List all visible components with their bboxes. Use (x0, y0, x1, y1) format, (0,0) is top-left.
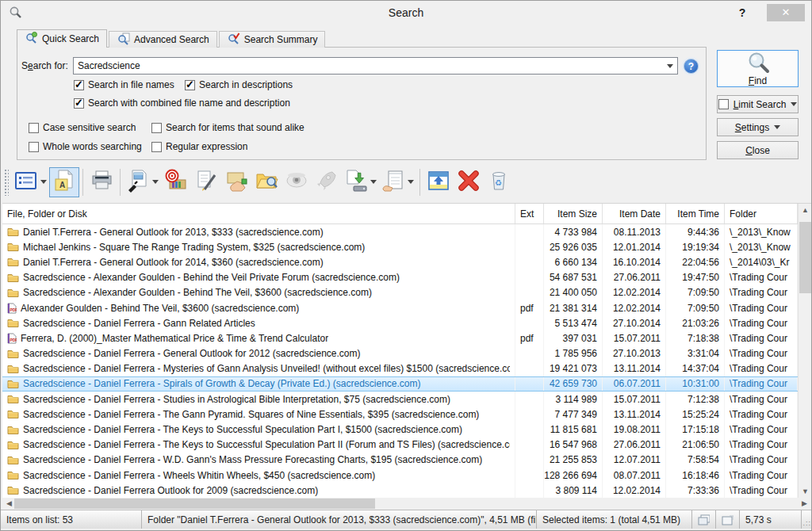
table-row[interactable]: Sacredscience - Daniel Ferrera - The Key… (2, 422, 798, 437)
copy-to-disk-button[interactable] (342, 167, 379, 197)
checkbox-search-in-file-names[interactable]: Search in file names (74, 79, 185, 90)
unchecked-checkbox-icon[interactable] (29, 123, 39, 133)
export-button[interactable] (124, 167, 161, 197)
settings-button[interactable]: Settings (717, 118, 799, 136)
horizontal-scrollbar[interactable]: ◀ ▶ (2, 498, 811, 510)
cell-date: 08.07.2011 (603, 468, 666, 483)
search-input-value: Sacredscience (74, 60, 663, 71)
selection-status: Selected items: 1 (total 4,51 MB) (537, 510, 692, 529)
horizontal-scroll-thumb[interactable] (14, 499, 375, 509)
search-history-dropdown[interactable] (663, 58, 677, 74)
checkbox-whole-words-searching[interactable]: Whole words searching (29, 141, 151, 152)
checkbox-regular-expression[interactable]: Regular expression (151, 141, 247, 152)
remove-from-list-button[interactable] (454, 167, 484, 197)
table-row[interactable]: Sacredscience - Daniel Ferrera - The Key… (2, 437, 798, 453)
checkbox-search-for-items-that-sound-alike[interactable]: Search for items that sound alike (151, 122, 304, 133)
scroll-down-icon[interactable]: ▼ (799, 485, 812, 499)
move-item-button[interactable] (221, 167, 251, 197)
print-button[interactable] (86, 167, 117, 197)
checkbox-search-with-combined-file-name-and-description[interactable]: Search with combined file name and descr… (74, 97, 290, 109)
table-row[interactable]: Sacredscience - Daniel Ferrera - Spirals… (2, 376, 798, 392)
table-row[interactable]: Sacredscience - Daniel Ferrera - Studies… (2, 392, 798, 407)
show-in-main-window-button[interactable] (423, 167, 454, 197)
cell-time: 17:15:18 (666, 422, 725, 437)
view-list-icon (14, 169, 38, 195)
column-header-folder[interactable]: Folder (725, 204, 798, 223)
table-row[interactable]: Daniel T.Ferrera - General Outlook for 2… (2, 254, 798, 269)
tab-advanced-search[interactable]: Advanced Search (109, 31, 217, 48)
column-header-ext[interactable]: Ext (515, 204, 544, 223)
cell-date: 13.11.2014 (603, 361, 666, 376)
limit-search-checkbox[interactable] (718, 99, 729, 109)
cell-date: 12.02.2014 (603, 300, 666, 315)
unchecked-checkbox-icon[interactable] (29, 142, 39, 152)
cell-date: 12.02.2014 (603, 285, 666, 300)
svg-text:A: A (59, 181, 65, 189)
chevron-down-icon[interactable] (40, 180, 47, 184)
delete-button[interactable]: ♻ (484, 167, 514, 197)
cell-date: 12.01.2014 (603, 239, 666, 254)
limit-search-button[interactable]: Limit Search (717, 95, 799, 113)
table-row[interactable]: Sacredscience - Daniel Ferrera - Wheels … (2, 468, 798, 483)
toolbar-grip[interactable] (4, 169, 9, 196)
vertical-scrollbar[interactable]: ▲ ▼ (798, 204, 811, 499)
checked-checkbox-icon[interactable] (74, 80, 84, 90)
checkbox-label: Search for items that sound alike (166, 122, 304, 133)
checked-checkbox-icon[interactable] (185, 80, 195, 90)
edit-description-button[interactable] (191, 167, 221, 197)
table-row[interactable]: Daniel T.Ferrera - General Outlook for 2… (2, 224, 798, 239)
chevron-down-icon[interactable] (152, 180, 159, 184)
table-row[interactable]: Sacredscience - Daniel Ferrera - The Gan… (2, 407, 798, 422)
table-row[interactable]: PDFFerrera, D. (2000)_Master Mathematica… (2, 330, 798, 346)
find-button[interactable]: Find (717, 50, 799, 87)
title-bar[interactable]: Search ? ✕ (1, 1, 811, 25)
new-folder-icon[interactable] (716, 510, 740, 529)
table-row[interactable]: Sacredscience - Daniel Ferrera Outlook f… (2, 483, 798, 498)
cell-time: 7:09:50 (666, 285, 725, 300)
table-row[interactable]: Michael Jenkins - Square The Range Tradi… (2, 239, 798, 254)
scroll-up-icon[interactable]: ▲ (799, 204, 812, 217)
view-options-button[interactable] (12, 167, 49, 197)
folder-icon (7, 470, 19, 480)
table-row[interactable]: Sacredscience - Daniel Ferrera - General… (2, 346, 798, 361)
cell-size: 42 659 730 (544, 377, 603, 391)
checked-checkbox-icon[interactable] (74, 98, 84, 109)
table-row[interactable]: PDFAlexander Goulden - Behind The Veil, … (2, 300, 798, 315)
table-row[interactable]: Sacredscience - Alexander Goulden - Behi… (2, 285, 798, 300)
table-row[interactable]: Sacredscience - Daniel Ferrera - W.D. Ga… (2, 453, 798, 468)
close-button[interactable]: Close (717, 141, 799, 159)
cell-size: 21 381 314 (544, 300, 603, 315)
cell-time: 7:12:38 (666, 392, 725, 407)
scroll-right-icon[interactable]: ▶ (798, 498, 811, 510)
column-header-item-date[interactable]: Item Date (603, 204, 666, 223)
unchecked-checkbox-icon[interactable] (151, 142, 162, 152)
close-window-button[interactable]: ✕ (767, 4, 805, 21)
search-input[interactable]: Sacredscience (73, 57, 678, 74)
tab-search-summary[interactable]: Search Summary (219, 31, 326, 48)
toolbar-separator (120, 169, 121, 196)
checkbox-search-in-descriptions[interactable]: Search in descriptions (185, 79, 293, 90)
tab-quick-search[interactable]: Quick Search (17, 29, 107, 48)
chevron-down-icon[interactable] (370, 180, 377, 184)
loan-notepad-icon (381, 169, 405, 195)
browse-folder-button[interactable] (251, 167, 282, 197)
show-descriptions-button[interactable]: A (49, 167, 79, 197)
locate-in-catalog-button[interactable] (161, 167, 191, 197)
unchecked-checkbox-icon[interactable] (151, 123, 162, 133)
search-help-icon[interactable]: ? (684, 59, 699, 74)
column-header-file-folder-or-disk[interactable]: File, Folder or Disk (2, 204, 515, 223)
export-plug-icon (126, 169, 150, 195)
table-row[interactable]: Sacredscience - Alexander Goulden - Behi… (2, 270, 798, 285)
table-row[interactable]: Sacredscience - Daniel Ferrera - Mysteri… (2, 361, 798, 376)
checkbox-case-sensitive-search[interactable]: Case sensitive search (29, 122, 151, 133)
column-header-item-time[interactable]: Item Time (666, 204, 725, 223)
vertical-scroll-thumb[interactable] (799, 222, 811, 293)
table-row[interactable]: Sacredscience - Daniel Ferrera - Gann Re… (2, 315, 798, 330)
chevron-down-icon[interactable] (408, 180, 414, 184)
column-header-item-size[interactable]: Item Size (544, 204, 603, 223)
cell-date: 27.06.2011 (603, 437, 666, 453)
folder-panel-icon[interactable] (692, 510, 716, 529)
resize-grip[interactable]: .:: (802, 510, 812, 529)
help-button[interactable]: ? (732, 4, 753, 21)
loan-manager-button[interactable] (379, 167, 416, 197)
